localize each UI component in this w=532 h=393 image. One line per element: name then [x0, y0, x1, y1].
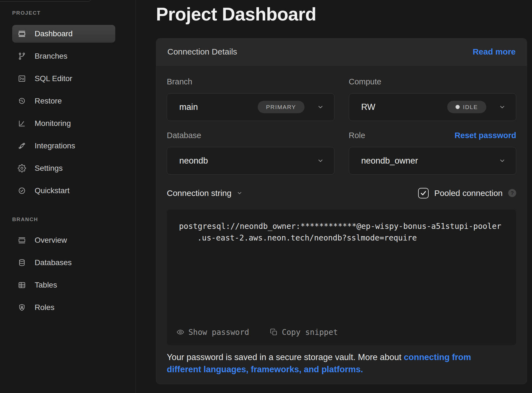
connection-string-toggle[interactable]: Connection string [167, 188, 243, 198]
pooled-connection-label: Pooled connection [434, 188, 503, 198]
chevron-down-icon [236, 190, 243, 196]
compute-label: Compute [349, 77, 382, 86]
project-nav: Dashboard Branches SQL Editor Restore [0, 25, 135, 200]
sidebar-item-sql-editor[interactable]: SQL Editor [12, 70, 115, 87]
note-text: Your password is saved in a secure stora… [167, 352, 404, 362]
sidebar-item-label: Tables [35, 281, 57, 289]
database-label: Database [167, 131, 201, 140]
sidebar-item-label: Roles [35, 303, 55, 312]
sidebar-item-roles[interactable]: Roles [12, 299, 115, 316]
compute-field-group: Compute RW IDLE [349, 78, 516, 121]
chevron-down-icon [317, 157, 324, 164]
sidebar-item-settings[interactable]: Settings [12, 159, 115, 177]
eye-icon [176, 328, 185, 336]
chevron-down-icon [317, 103, 324, 111]
overview-icon [18, 236, 26, 244]
compute-value: RW [361, 102, 375, 112]
sidebar-item-integrations[interactable]: Integrations [12, 137, 115, 155]
databases-icon [18, 258, 26, 267]
copy-icon [270, 328, 278, 336]
fields-grid: Branch main PRIMARY Compu [167, 78, 516, 175]
reset-password-link[interactable]: Reset password [455, 131, 516, 140]
primary-badge: PRIMARY [258, 101, 305, 113]
idle-status-badge: IDLE [447, 101, 486, 113]
monitoring-icon [18, 119, 26, 128]
connection-string-line-2: .us-east-2.aws.neon.tech/neondb?sslmode=… [179, 232, 504, 244]
sidebar-item-label: Databases [35, 258, 72, 267]
sidebar-item-overview[interactable]: Overview [12, 231, 115, 249]
database-select[interactable]: neondb [167, 147, 334, 175]
sql-editor-icon [18, 74, 26, 83]
copy-snippet-button[interactable]: Copy snippet [267, 326, 341, 338]
password-vault-note: Your password is saved in a secure stora… [167, 351, 498, 384]
settings-icon [18, 164, 26, 172]
sidebar-item-quickstart[interactable]: Quickstart [12, 182, 115, 200]
branch-select[interactable]: main PRIMARY [167, 93, 334, 121]
database-value: neondb [179, 156, 208, 166]
sidebar-item-monitoring[interactable]: Monitoring [12, 115, 115, 132]
role-field-group: Role Reset password neondb_owner [349, 131, 516, 175]
integrations-icon [18, 142, 26, 150]
connection-details-card: Connection Details Read more Branch main… [156, 38, 527, 384]
main-content: Project Dashboard Connection Details Rea… [136, 0, 532, 393]
sidebar-item-tables[interactable]: Tables [12, 276, 115, 294]
project-selector-cutoff [0, 0, 91, 2]
branch-nav: Overview Databases Tables Roles [0, 231, 135, 316]
database-field-group: Database neondb [167, 131, 334, 175]
read-more-link[interactable]: Read more [473, 47, 516, 56]
sidebar-item-label: Overview [35, 236, 67, 245]
pooled-connection-checkbox[interactable] [418, 188, 429, 198]
show-password-label: Show password [188, 328, 249, 337]
connection-string-label: Connection string [167, 188, 231, 198]
sidebar-item-label: Restore [35, 97, 62, 105]
card-title: Connection Details [167, 47, 237, 56]
quickstart-icon [18, 187, 26, 195]
card-header: Connection Details Read more [156, 38, 527, 66]
sidebar-item-label: Dashboard [35, 29, 73, 38]
role-select[interactable]: neondb_owner [349, 147, 516, 175]
sidebar-item-branches[interactable]: Branches [12, 47, 115, 65]
connection-string-row: Connection string Pooled connection ? [167, 188, 516, 198]
role-label: Role [349, 131, 365, 140]
branch-value: main [179, 102, 198, 112]
sidebar: PROJECT Dashboard Branches SQL Editor [0, 0, 136, 393]
sidebar-item-databases[interactable]: Databases [12, 254, 115, 272]
card-body: Branch main PRIMARY Compu [156, 66, 527, 384]
show-password-button[interactable]: Show password [173, 326, 252, 338]
dashboard-icon [18, 30, 26, 38]
git-branch-icon [18, 52, 26, 60]
chevron-down-icon [498, 103, 506, 111]
sidebar-item-label: SQL Editor [35, 74, 72, 83]
app-root: PROJECT Dashboard Branches SQL Editor [0, 0, 532, 393]
tables-icon [18, 281, 26, 289]
copy-snippet-label: Copy snippet [282, 328, 338, 337]
page-title: Project Dashboard [156, 4, 532, 25]
sidebar-section-project: PROJECT [12, 9, 135, 17]
sidebar-item-label: Integrations [35, 141, 75, 150]
connection-string-line-1: postgresql://neondb_owner:************@e… [179, 221, 504, 232]
role-value: neondb_owner [361, 156, 418, 166]
idle-dot-icon [456, 105, 460, 109]
sidebar-item-label: Monitoring [35, 119, 71, 128]
help-icon[interactable]: ? [508, 189, 516, 197]
connection-string-code-block: postgresql://neondb_owner:************@e… [167, 210, 516, 345]
code-actions: Show password Copy snippet [173, 326, 341, 338]
chevron-down-icon [498, 157, 506, 164]
sidebar-item-restore[interactable]: Restore [12, 92, 115, 110]
sidebar-item-label: Settings [35, 164, 63, 173]
roles-icon [18, 303, 26, 312]
sidebar-section-branch: BRANCH [12, 216, 135, 223]
sidebar-item-label: Branches [35, 52, 67, 61]
pooled-connection-control: Pooled connection ? [418, 188, 516, 198]
restore-icon [18, 97, 26, 105]
branch-field-group: Branch main PRIMARY [167, 78, 334, 121]
branch-label: Branch [167, 77, 192, 86]
compute-select[interactable]: RW IDLE [349, 93, 516, 121]
sidebar-item-dashboard[interactable]: Dashboard [12, 25, 115, 43]
sidebar-item-label: Quickstart [35, 186, 70, 195]
